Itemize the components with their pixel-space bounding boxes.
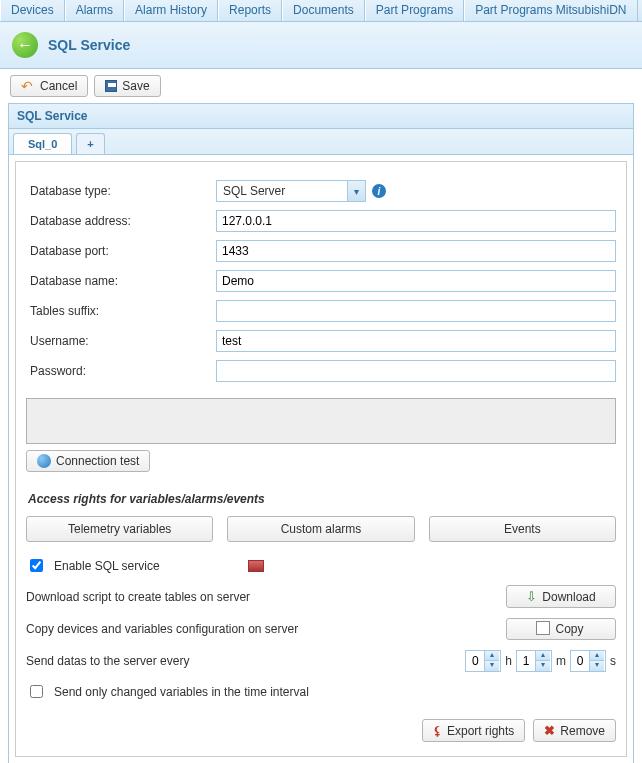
remove-icon: ✖ (544, 723, 555, 738)
minutes-down[interactable]: ▾ (536, 661, 550, 671)
label-db-type: Database type: (26, 184, 216, 198)
connection-test-button[interactable]: Connection test (26, 450, 150, 472)
cancel-label: Cancel (40, 79, 77, 93)
username-input[interactable] (216, 330, 616, 352)
seconds-down[interactable]: ▾ (590, 661, 604, 671)
save-button[interactable]: Save (94, 75, 160, 97)
minutes-unit: m (556, 654, 566, 668)
label-suffix: Tables suffix: (26, 304, 216, 318)
password-input[interactable] (216, 360, 616, 382)
label-password: Password: (26, 364, 216, 378)
remove-button[interactable]: ✖ Remove (533, 719, 616, 742)
send-interval-label: Send datas to the server every (26, 654, 189, 668)
enable-sql-label: Enable SQL service (54, 559, 160, 573)
copy-btn-label: Copy (555, 622, 583, 636)
export-rights-button[interactable]: ⚸ Export rights (422, 719, 525, 742)
telemetry-variables-button[interactable]: Telemetry variables (26, 516, 213, 542)
tab-reports[interactable]: Reports (218, 0, 282, 21)
info-icon[interactable]: i (372, 184, 386, 198)
seconds-unit: s (610, 654, 616, 668)
db-name-input[interactable] (216, 270, 616, 292)
title-bar: ← SQL Service (0, 22, 642, 69)
tables-suffix-input[interactable] (216, 300, 616, 322)
tab-sql0[interactable]: Sql_0 (13, 133, 72, 154)
download-icon: ⇩ (526, 589, 537, 604)
form-body: Database type: SQL Server ▾ i Database a… (15, 161, 627, 757)
toolbar: ↶ Cancel Save (0, 69, 642, 103)
panel-header: SQL Service (9, 104, 633, 129)
chevron-down-icon[interactable]: ▾ (347, 181, 365, 201)
top-tabs: Devices Alarms Alarm History Reports Doc… (0, 0, 642, 22)
download-button[interactable]: ⇩ Download (506, 585, 616, 608)
connection-test-label: Connection test (56, 454, 139, 468)
label-db-address: Database address: (26, 214, 216, 228)
seconds-input[interactable] (571, 654, 589, 668)
custom-alarms-button[interactable]: Custom alarms (227, 516, 414, 542)
add-tab-button[interactable]: + (76, 133, 104, 154)
copy-config-label: Copy devices and variables configuration… (26, 622, 298, 636)
send-interval-group: ▴▾ h ▴▾ m ▴▾ s (465, 650, 616, 672)
events-button[interactable]: Events (429, 516, 616, 542)
minutes-input[interactable] (517, 654, 535, 668)
minutes-spinbox[interactable]: ▴▾ (516, 650, 552, 672)
tab-alarm-history[interactable]: Alarm History (124, 0, 218, 21)
label-db-name: Database name: (26, 274, 216, 288)
enable-sql-checkbox[interactable] (30, 559, 43, 572)
page-title: SQL Service (48, 37, 130, 53)
hours-down[interactable]: ▾ (485, 661, 499, 671)
db-address-input[interactable] (216, 210, 616, 232)
back-button[interactable]: ← (12, 32, 38, 58)
connection-output (26, 398, 616, 444)
copy-button[interactable]: Copy (506, 618, 616, 640)
access-rights-title: Access rights for variables/alarms/event… (28, 492, 616, 506)
save-label: Save (122, 79, 149, 93)
tab-part-programs-mitsubishi[interactable]: Part Programs MitsubishiDN (464, 0, 637, 21)
download-btn-label: Download (542, 590, 595, 604)
arrow-left-icon: ← (17, 36, 33, 54)
db-type-select[interactable]: SQL Server ▾ (216, 180, 366, 202)
label-username: Username: (26, 334, 216, 348)
seconds-spinbox[interactable]: ▴▾ (570, 650, 606, 672)
tab-documents[interactable]: Documents (282, 0, 365, 21)
hours-unit: h (505, 654, 512, 668)
save-icon (105, 80, 117, 92)
db-port-input[interactable] (216, 240, 616, 262)
db-type-value: SQL Server (217, 184, 347, 198)
hours-spinbox[interactable]: ▴▾ (465, 650, 501, 672)
cancel-button[interactable]: ↶ Cancel (10, 75, 88, 97)
inner-tabs: Sql_0 + (9, 129, 633, 155)
export-rights-label: Export rights (447, 724, 514, 738)
hours-input[interactable] (466, 654, 484, 668)
copy-icon (538, 623, 550, 635)
tab-alarms[interactable]: Alarms (65, 0, 124, 21)
remove-label: Remove (560, 724, 605, 738)
pdf-icon: ⚸ (433, 724, 442, 738)
send-only-changed-checkbox[interactable] (30, 685, 43, 698)
tab-devices[interactable]: Devices (0, 0, 65, 21)
label-db-port: Database port: (26, 244, 216, 258)
sql-service-panel: SQL Service Sql_0 + Database type: SQL S… (8, 103, 634, 763)
database-icon (248, 560, 264, 572)
tab-part-programs[interactable]: Part Programs (365, 0, 464, 21)
undo-icon: ↶ (21, 79, 35, 93)
globe-icon (37, 454, 51, 468)
download-script-label: Download script to create tables on serv… (26, 590, 250, 604)
send-only-changed-label: Send only changed variables in the time … (54, 685, 309, 699)
